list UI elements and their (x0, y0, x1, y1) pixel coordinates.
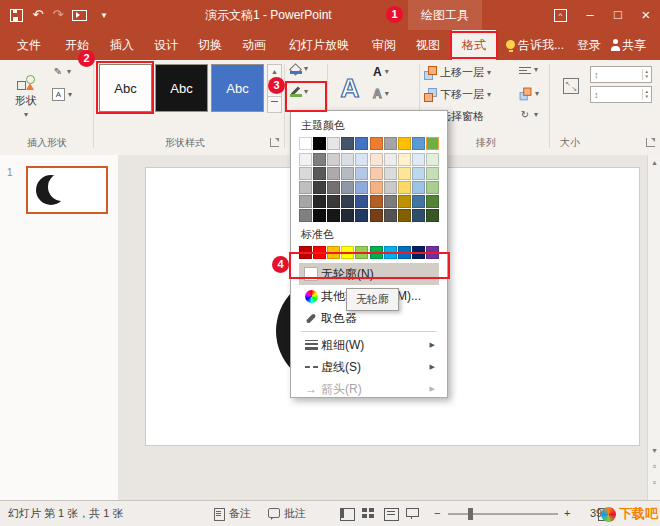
theme-color-variant-swatch[interactable] (341, 167, 354, 180)
customize-qat-icon[interactable]: ▾ (94, 0, 114, 30)
theme-color-swatch[interactable] (398, 137, 411, 150)
theme-color-variant-swatch[interactable] (355, 195, 368, 208)
theme-color-swatch[interactable] (299, 137, 312, 150)
tab-view[interactable]: 视图 (408, 30, 448, 60)
theme-color-variant-swatch[interactable] (299, 153, 312, 166)
tab-design[interactable]: 设计 (146, 30, 186, 60)
shape-styles-dialog-launcher[interactable] (270, 138, 279, 147)
theme-color-variant-swatch[interactable] (384, 181, 397, 194)
theme-color-variant-swatch[interactable] (384, 167, 397, 180)
comments-button[interactable]: 批注 (284, 501, 306, 526)
edit-shape-button[interactable]: ✎ ▾ (52, 66, 71, 78)
tab-slideshow[interactable]: 幻灯片放映 (278, 30, 360, 60)
shapes-button[interactable]: 形状 ▾ (6, 63, 46, 131)
theme-color-variant-swatch[interactable] (384, 195, 397, 208)
theme-color-variant-swatch[interactable] (341, 209, 354, 222)
theme-color-swatch[interactable] (355, 137, 368, 150)
scroll-down-icon[interactable]: ▼ (648, 447, 660, 454)
align-button[interactable]: ▾ (519, 65, 538, 76)
theme-color-variant-swatch[interactable] (313, 209, 326, 222)
tellme-box[interactable]: 告诉我... (518, 30, 572, 60)
next-slide-icon[interactable]: » (651, 476, 658, 489)
text-box-button[interactable]: A ▾ (52, 88, 72, 101)
minimize-button[interactable]: – (576, 0, 604, 30)
theme-color-swatch[interactable] (370, 137, 383, 150)
height-field[interactable]: ↕ ▲▼ (590, 66, 652, 83)
theme-color-variant-swatch[interactable] (341, 153, 354, 166)
theme-color-variant-swatch[interactable] (299, 209, 312, 222)
menu-item-dashes[interactable]: 虚线(S) ▶ (299, 356, 439, 378)
theme-color-variant-swatch[interactable] (313, 195, 326, 208)
tab-review[interactable]: 审阅 (364, 30, 404, 60)
share-button[interactable]: 共享 (622, 30, 654, 60)
theme-color-variant-swatch[interactable] (426, 167, 439, 180)
theme-color-variant-swatch[interactable] (398, 153, 411, 166)
size-dialog-launcher[interactable] (646, 138, 655, 147)
previous-slide-icon[interactable]: « (651, 460, 658, 473)
undo-icon[interactable]: ↶ (28, 0, 48, 30)
tab-animations[interactable]: 动画 (234, 30, 274, 60)
tab-file[interactable]: 文件 (6, 30, 52, 60)
theme-color-variant-swatch[interactable] (313, 153, 326, 166)
theme-color-variant-swatch[interactable] (299, 195, 312, 208)
tab-insert[interactable]: 插入 (102, 30, 142, 60)
theme-color-swatch[interactable] (412, 137, 425, 150)
vertical-scrollbar[interactable]: ▲ ▼ « » (647, 155, 660, 500)
gallery-more-button[interactable] (267, 96, 282, 113)
theme-color-variant-swatch[interactable] (370, 181, 383, 194)
theme-color-variant-swatch[interactable] (412, 181, 425, 194)
theme-color-variant-swatch[interactable] (412, 209, 425, 222)
theme-color-variant-swatch[interactable] (327, 209, 340, 222)
width-field[interactable]: ↕ ▲▼ (590, 86, 652, 103)
zoom-out-button[interactable]: − (434, 501, 440, 526)
shape-style-thumb-3[interactable]: Abc (211, 64, 264, 112)
tab-transitions[interactable]: 切换 (190, 30, 230, 60)
theme-color-swatch[interactable] (426, 137, 439, 150)
text-fill-button[interactable]: A ▾ (373, 66, 389, 78)
theme-color-variant-swatch[interactable] (370, 167, 383, 180)
normal-view-button[interactable] (340, 508, 355, 521)
theme-color-swatch[interactable] (327, 137, 340, 150)
theme-color-variant-swatch[interactable] (412, 167, 425, 180)
theme-color-swatch[interactable] (313, 137, 326, 150)
notes-button[interactable]: 备注 (229, 501, 251, 526)
close-button[interactable]: × (632, 0, 660, 30)
shape-fill-button[interactable]: ▾ (289, 64, 323, 74)
theme-color-variant-swatch[interactable] (384, 209, 397, 222)
zoom-slider-thumb[interactable] (468, 508, 473, 520)
menu-item-weight[interactable]: 粗细(W) ▶ (299, 334, 439, 356)
theme-color-variant-swatch[interactable] (370, 153, 383, 166)
signin-button[interactable]: 登录 (574, 30, 604, 60)
theme-color-variant-swatch[interactable] (426, 209, 439, 222)
theme-color-swatch[interactable] (384, 137, 397, 150)
theme-color-variant-swatch[interactable] (412, 153, 425, 166)
theme-color-variant-swatch[interactable] (370, 209, 383, 222)
theme-color-variant-swatch[interactable] (313, 167, 326, 180)
theme-color-variant-swatch[interactable] (299, 181, 312, 194)
theme-color-variant-swatch[interactable] (355, 181, 368, 194)
theme-color-variant-swatch[interactable] (398, 195, 411, 208)
theme-color-variant-swatch[interactable] (327, 153, 340, 166)
size-button[interactable]: ↖ ↘ (555, 64, 587, 108)
scroll-up-icon[interactable]: ▲ (648, 159, 660, 166)
theme-color-variant-swatch[interactable] (299, 167, 312, 180)
zoom-slider[interactable] (448, 513, 558, 515)
slide-sorter-view-button[interactable] (362, 508, 375, 519)
theme-color-variant-swatch[interactable] (412, 195, 425, 208)
theme-color-variant-swatch[interactable] (370, 195, 383, 208)
text-outline-button[interactable]: A ▾ (373, 88, 389, 100)
start-slideshow-icon[interactable] (72, 10, 87, 21)
theme-color-variant-swatch[interactable] (355, 153, 368, 166)
reading-view-button[interactable] (384, 508, 399, 521)
rotate-button[interactable]: ↻ ▾ (519, 109, 538, 121)
theme-color-variant-swatch[interactable] (426, 181, 439, 194)
theme-color-variant-swatch[interactable] (327, 167, 340, 180)
theme-color-variant-swatch[interactable] (355, 167, 368, 180)
send-backward-button[interactable]: 下移一层 ▾ (424, 87, 491, 102)
theme-color-variant-swatch[interactable] (384, 153, 397, 166)
theme-color-variant-swatch[interactable] (327, 181, 340, 194)
shape-style-thumb-2[interactable]: Abc (155, 64, 208, 112)
theme-color-variant-swatch[interactable] (398, 167, 411, 180)
theme-color-variant-swatch[interactable] (327, 195, 340, 208)
save-icon[interactable] (10, 9, 23, 22)
